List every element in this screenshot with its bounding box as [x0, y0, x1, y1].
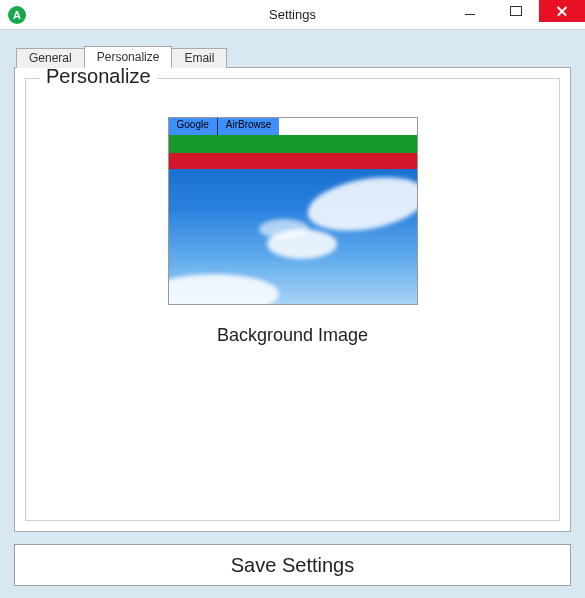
cloud-icon	[169, 274, 279, 304]
maximize-button[interactable]	[493, 0, 539, 22]
preview-sky	[169, 169, 417, 304]
save-settings-button[interactable]: Save Settings	[14, 544, 571, 586]
minimize-button[interactable]	[447, 0, 493, 22]
preview-red-bar	[169, 153, 417, 169]
tab-general[interactable]: General	[16, 48, 85, 68]
tab-strip: General Personalize Email	[16, 46, 571, 68]
close-button[interactable]	[539, 0, 585, 22]
preview-tab-google: Google	[169, 118, 217, 135]
preview-green-bar	[169, 135, 417, 153]
window-controls	[447, 0, 585, 29]
cloud-icon	[259, 219, 309, 239]
preview-tab-airbrowse: AirBrowse	[217, 118, 280, 135]
title-bar: A Settings	[0, 0, 585, 30]
cloud-icon	[303, 169, 416, 239]
background-image-preview[interactable]: Google AirBrowse	[168, 117, 418, 305]
background-image-label: Background Image	[217, 325, 368, 346]
client-area: General Personalize Email Personalize Go…	[0, 30, 585, 598]
preview-tab-empty	[279, 118, 416, 135]
app-icon: A	[8, 6, 26, 24]
group-title: Personalize	[40, 65, 157, 88]
tab-panel: Personalize Google AirBrowse	[14, 67, 571, 532]
preview-tab-row: Google AirBrowse	[169, 118, 417, 135]
tab-personalize[interactable]: Personalize	[84, 46, 173, 68]
tab-email[interactable]: Email	[171, 48, 227, 68]
group-body: Google AirBrowse Backgrou	[26, 79, 559, 346]
tab-container: General Personalize Email Personalize Go…	[14, 46, 571, 532]
personalize-group: Personalize Google AirBrowse	[25, 78, 560, 521]
